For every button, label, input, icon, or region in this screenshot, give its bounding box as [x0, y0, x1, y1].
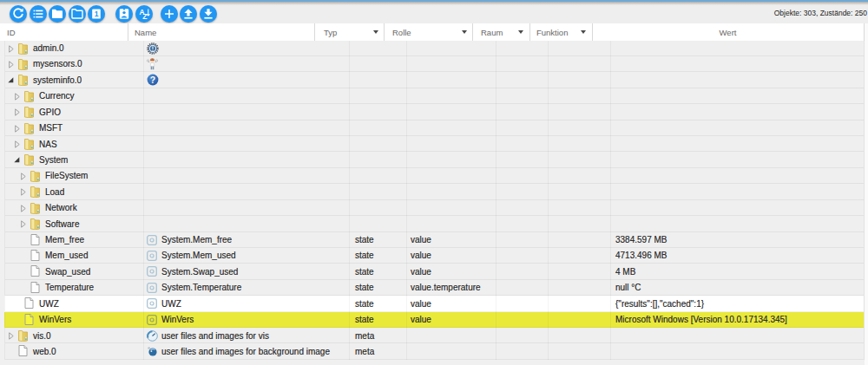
svg-text:?: ? — [150, 75, 155, 85]
svg-text:1: 1 — [95, 10, 99, 18]
svg-text:Z: Z — [142, 12, 147, 21]
